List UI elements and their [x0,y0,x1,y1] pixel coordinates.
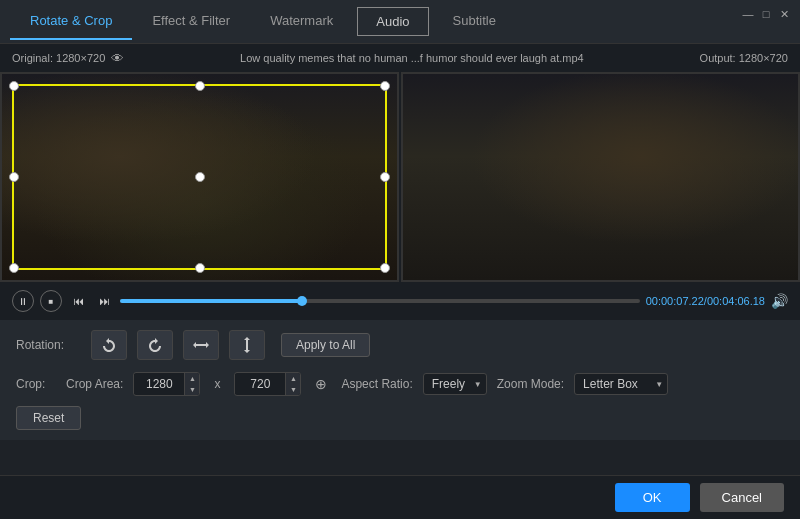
rotate-left-button[interactable] [91,330,127,360]
aspect-ratio-select[interactable]: Freely 16:9 4:3 1:1 9:16 [423,373,487,395]
output-size-label: Output: 1280×720 [700,52,788,64]
tab-audio[interactable]: Audio [357,7,428,36]
crop-height-spinners: ▲ ▼ [285,373,300,395]
current-time: 00:00:07.22 [646,295,704,307]
tab-subtitle[interactable]: Subtitle [433,3,516,40]
info-bar: Original: 1280×720 👁 Low quality memes t… [0,44,800,72]
total-time: 00:04:06.18 [707,295,765,307]
zoom-mode-label: Zoom Mode: [497,377,564,391]
play-pause-button[interactable]: ⏸ [12,290,34,312]
crop-height-up[interactable]: ▲ [286,373,300,384]
zoom-mode-select[interactable]: Letter Box Pan & Scan Full [574,373,668,395]
reset-row: Reset [16,406,784,430]
action-bar: OK Cancel [0,475,800,519]
ok-button[interactable]: OK [615,483,690,512]
zoom-mode-select-wrapper: Letter Box Pan & Scan Full [574,373,668,395]
stop-button[interactable]: ■ [40,290,62,312]
crop-row: Crop: Crop Area: 1280 ▲ ▼ x 720 ▲ ▼ ⊕ As… [16,372,784,396]
crop-height-input-group: 720 ▲ ▼ [234,372,301,396]
progress-fill [120,299,302,303]
crop-width-input-group: 1280 ▲ ▼ [133,372,200,396]
volume-icon[interactable]: 🔊 [771,293,788,309]
next-frame-button[interactable]: ⏭ [94,291,114,311]
rotate-right-button[interactable] [137,330,173,360]
apply-to-all-button[interactable]: Apply to All [281,333,370,357]
aspect-ratio-label: Aspect Ratio: [341,377,412,391]
crop-width-up[interactable]: ▲ [185,373,199,384]
aspect-ratio-select-wrapper: Freely 16:9 4:3 1:1 9:16 [423,373,487,395]
original-size-label: Original: 1280×720 [12,52,105,64]
crop-width-spinners: ▲ ▼ [184,373,199,395]
preview-right [401,72,800,282]
rotation-row: Rotation: Apply to All [16,330,784,360]
filename-label: Low quality memes that no human ...f hum… [240,52,584,64]
prev-frame-button[interactable]: ⏮ [68,291,88,311]
tab-effect-filter[interactable]: Effect & Filter [132,3,250,40]
time-display: 00:00:07.22/00:04:06.18 [646,295,765,307]
progress-thumb [297,296,307,306]
crop-label: Crop: [16,377,56,391]
tab-rotate-crop[interactable]: Rotate & Crop [10,3,132,40]
controls-section: Rotation: Apply to All Crop: Crop Area: [0,320,800,440]
crop-width-input[interactable]: 1280 [134,374,184,394]
tab-bar: Rotate & Crop Effect & Filter Watermark … [0,0,800,44]
rotation-label: Rotation: [16,338,81,352]
x-separator: x [210,377,224,391]
close-button[interactable]: ✕ [776,6,792,22]
playback-bar: ⏸ ■ ⏮ ⏭ 00:00:07.22/00:04:06.18 🔊 [0,282,800,320]
reset-button[interactable]: Reset [16,406,81,430]
center-crop-icon[interactable]: ⊕ [311,374,331,394]
crop-height-down[interactable]: ▼ [286,384,300,395]
flip-vertical-button[interactable] [229,330,265,360]
maximize-button[interactable]: □ [758,6,774,22]
tab-watermark[interactable]: Watermark [250,3,353,40]
crop-area-label: Crop Area: [66,377,123,391]
crop-height-input[interactable]: 720 [235,374,285,394]
crop-width-down[interactable]: ▼ [185,384,199,395]
progress-bar[interactable] [120,299,640,303]
cancel-button[interactable]: Cancel [700,483,784,512]
minimize-button[interactable]: — [740,6,756,22]
flip-horizontal-button[interactable] [183,330,219,360]
visibility-icon[interactable]: 👁 [111,51,124,66]
preview-left [0,72,399,282]
preview-area [0,72,800,282]
